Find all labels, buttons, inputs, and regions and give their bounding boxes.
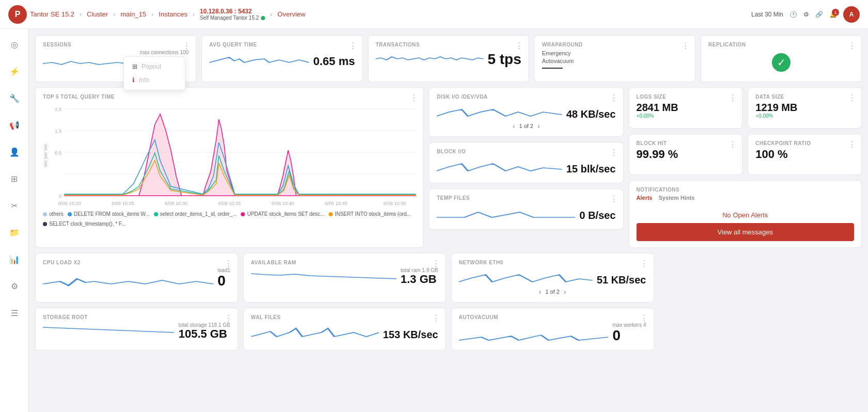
avg-query-spark xyxy=(209,50,309,68)
instance-ip: 10.128.0.36 : 5432 xyxy=(200,8,265,15)
breadcrumb-cluster[interactable]: Cluster xyxy=(87,10,108,18)
notifications-icon[interactable]: 🔔 1 xyxy=(829,11,837,18)
network-prev[interactable]: ‹ xyxy=(539,288,541,296)
breadcrumb-main15[interactable]: main_15 xyxy=(120,10,146,18)
temp-files-content: 0 B/sec xyxy=(437,203,615,221)
network-page: 1 of 2 xyxy=(545,289,560,295)
avg-query-menu[interactable]: ⋮ xyxy=(349,41,357,51)
no-alerts-text: No Open Alerts xyxy=(637,211,854,219)
svg-text:1.5: 1.5 xyxy=(55,129,61,134)
disk-io-menu[interactable]: ⋮ xyxy=(610,93,618,103)
popout-label: Popout xyxy=(142,63,161,70)
breadcrumb-tantor[interactable]: Tantor SE 15.2 xyxy=(30,10,74,18)
autovacuum-value-area: max workers 4 0 xyxy=(612,322,646,344)
disk-io-prev[interactable]: ‹ xyxy=(513,122,515,130)
sidebar-item-grid[interactable]: ⊞ xyxy=(5,169,24,188)
top5-menu[interactable]: ⋮ xyxy=(410,93,418,103)
sidebar: ◎ ⚡ 🔧 📢 👤 ⊞ ✂ 📁 📊 ⚙ ☰ xyxy=(0,29,29,412)
cpu-load-menu[interactable]: ⋮ xyxy=(224,259,233,268)
logs-size-value: 2841 MB xyxy=(637,102,735,113)
replication-menu[interactable]: ⋮ xyxy=(848,41,856,51)
top-navigation: P Tantor SE 15.2 › Cluster › main_15 › I… xyxy=(0,0,868,29)
checkpoint-menu[interactable]: ⋮ xyxy=(848,139,856,149)
cpu-load-spark xyxy=(43,271,213,289)
storage-root-title: STORAGE ROOT xyxy=(43,314,230,320)
checkpoint-card: CHECKPOINT RATIO ⋮ 100 % xyxy=(748,134,862,175)
block-hit-card: BLOCK HIT ⋮ 99.99 % xyxy=(629,134,743,175)
storage-root-menu[interactable]: ⋮ xyxy=(224,313,233,323)
logs-size-card: LOGS SIZE ⋮ 2841 MB +0.00% xyxy=(629,87,743,129)
sidebar-item-menu[interactable]: ☰ xyxy=(5,304,24,322)
system-hints-tab[interactable]: System Hints xyxy=(659,195,695,201)
user-avatar[interactable]: A xyxy=(843,6,860,23)
logs-size-change: +0.00% xyxy=(637,113,735,119)
svg-text:6/09 10:30: 6/09 10:30 xyxy=(165,201,188,206)
available-ram-menu[interactable]: ⋮ xyxy=(432,259,440,268)
autovacuum-menu[interactable]: ⋮ xyxy=(640,313,648,323)
temp-files-card: TEMP FILES ⋮ 0 B/sec xyxy=(429,188,623,230)
sidebar-item-folder[interactable]: 📁 xyxy=(5,223,24,242)
autovacuum-card: AUTOVACUUM ⋮ max workers 4 0 xyxy=(451,308,654,351)
avg-query-title: AVG QUERY TIME xyxy=(209,42,355,47)
disk-io-spark xyxy=(437,102,562,120)
sessions-menu[interactable]: ⋮ ⊞ Popout ℹ Info xyxy=(182,41,191,51)
legend-insert: INSERT INTO stock_items (ord... xyxy=(329,211,411,217)
middle-right-col1: DISK I/O /DEV/VDA ⋮ 48 KB/sec ‹ xyxy=(429,87,623,248)
bottom-row2: STORAGE ROOT ⋮ total storage 118.1 GB 10… xyxy=(35,308,862,351)
block-hit-title: BLOCK HIT xyxy=(637,140,735,146)
popout-item[interactable]: ⊞ Popout xyxy=(124,60,185,73)
temp-files-menu[interactable]: ⋮ xyxy=(610,194,618,204)
disk-io-next[interactable]: › xyxy=(537,122,540,130)
network-next[interactable]: › xyxy=(564,288,566,296)
temp-files-spark xyxy=(437,203,575,221)
legend-delete: DELETE FROM stock_items W... xyxy=(68,211,150,217)
wal-files-menu[interactable]: ⋮ xyxy=(432,313,440,323)
legend-select-clock: SELECT clock_timestamp(), * F... xyxy=(43,221,126,227)
sidebar-item-config[interactable]: ⚙ xyxy=(5,277,24,295)
sidebar-item-scissors[interactable]: ✂ xyxy=(5,196,24,215)
disk-io-card: DISK I/O /DEV/VDA ⋮ 48 KB/sec ‹ xyxy=(429,87,623,137)
data-size-menu[interactable]: ⋮ xyxy=(848,93,856,103)
settings-icon[interactable]: ⚙ xyxy=(803,11,809,18)
temp-files-title: TEMP FILES xyxy=(437,195,615,201)
sidebar-item-users[interactable]: 👤 xyxy=(5,142,24,161)
wraparound-menu[interactable]: ⋮ xyxy=(681,41,690,51)
main-content: SESSIONS ⋮ ⊞ Popout ℹ Info xyxy=(29,29,868,412)
info-item[interactable]: ℹ Info xyxy=(124,73,185,87)
transactions-menu[interactable]: ⋮ xyxy=(515,41,523,51)
logo[interactable]: P xyxy=(8,5,27,24)
network-menu[interactable]: ⋮ xyxy=(640,259,648,268)
wal-files-spark xyxy=(251,322,379,340)
sidebar-item-alerts[interactable]: 📢 xyxy=(5,116,24,134)
disk-io-value: 48 KB/sec xyxy=(566,108,616,120)
data-size-value: 1219 MB xyxy=(755,102,854,113)
sidebar-item-tools[interactable]: 🔧 xyxy=(5,89,24,107)
clock-icon[interactable]: 🕐 xyxy=(789,11,797,18)
info-icon: ℹ xyxy=(132,76,135,84)
top5-chart-svg: 2.5 1.5 0.5 0 sec per sec xyxy=(43,104,416,207)
top-row: SESSIONS ⋮ ⊞ Popout ℹ Info xyxy=(35,35,862,82)
svg-text:6/09 10:40: 6/09 10:40 xyxy=(271,201,294,206)
sidebar-item-chart[interactable]: 📊 xyxy=(5,250,24,268)
status-dot xyxy=(261,16,265,20)
logs-size-menu[interactable]: ⋮ xyxy=(729,93,737,103)
wal-files-value: 153 KB/sec xyxy=(383,329,438,340)
disk-io-content: 48 KB/sec xyxy=(437,102,615,120)
breadcrumb-instances[interactable]: Instances xyxy=(159,10,188,18)
share-icon[interactable]: 🔗 xyxy=(815,11,823,18)
breadcrumb-overview[interactable]: Overview xyxy=(277,10,305,18)
sidebar-item-activity[interactable]: ⚡ xyxy=(5,62,24,81)
data-size-change: +0.00% xyxy=(755,113,854,119)
legend-others: others xyxy=(43,211,64,217)
instance-badge[interactable]: 10.128.0.36 : 5432 Self Managed Tantor 1… xyxy=(200,8,265,21)
time-range[interactable]: Last 30 Min xyxy=(751,11,783,18)
cpu-load-value-area: load1 0 xyxy=(218,267,230,289)
transactions-content: 5 tps xyxy=(376,50,521,68)
alerts-tab[interactable]: Alerts xyxy=(637,195,653,201)
block-hit-menu[interactable]: ⋮ xyxy=(729,139,737,149)
block-io-menu[interactable]: ⋮ xyxy=(610,148,618,157)
sidebar-item-dashboard[interactable]: ◎ xyxy=(5,35,24,54)
view-all-button[interactable]: View all messages xyxy=(637,223,854,241)
avg-query-content: 0.65 ms xyxy=(209,50,355,68)
block-io-value: 15 blk/sec xyxy=(566,163,616,175)
